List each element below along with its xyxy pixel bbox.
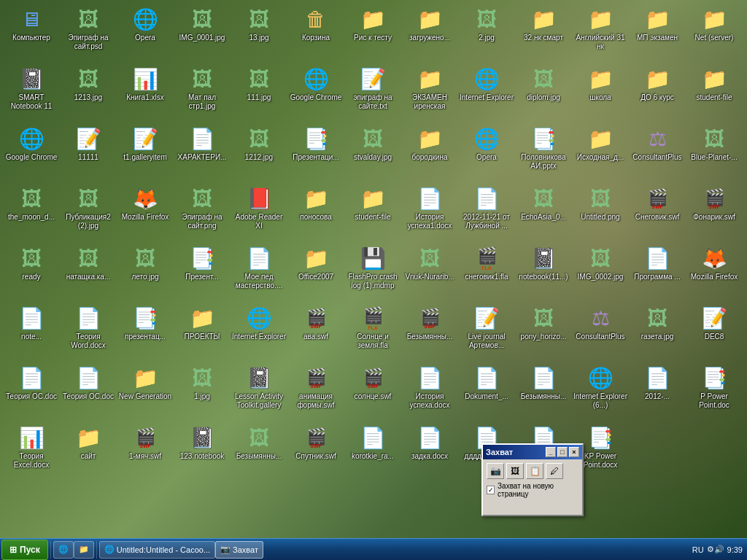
desktop-icon-98[interactable]: 📄задка.docx: [401, 421, 458, 481]
desktop-icon-47[interactable]: 📄2012-11-21 от Лужбиной ...: [458, 182, 515, 242]
desktop-icon-23[interactable]: 📁школа: [572, 63, 629, 122]
desktop-icon-1[interactable]: 🖼Эпиграф на сайт.psd: [60, 3, 117, 63]
desktop-icon-61[interactable]: 📓notebook(11...): [515, 242, 572, 302]
desktop-icon-50[interactable]: 🎬SWFСнеговик.swf: [629, 182, 686, 242]
desktop-icon-5[interactable]: 🗑Корзина: [287, 3, 344, 63]
desktop-icon-4[interactable]: 🖼13.jpg: [231, 3, 287, 63]
desktop-icon-13[interactable]: 📓SMART Notebook 11: [3, 63, 60, 122]
desktop-icon-70[interactable]: 🎬SWFава.swf: [287, 302, 344, 362]
capture-icon-2[interactable]: 🖼: [506, 463, 524, 479]
capture-checkbox[interactable]: ✓: [487, 486, 495, 494]
desktop-icon-15[interactable]: 📊Книга1.xlsx: [117, 63, 174, 122]
desktop-icon-78[interactable]: 📄Теория OC.doc: [3, 362, 60, 421]
desktop-icon-82[interactable]: 📓Lesson Activity Toolkit.gallery: [231, 362, 287, 421]
desktop-icon-60[interactable]: 🎬FLAснеговик1.fla: [458, 242, 515, 302]
desktop-icon-19[interactable]: 📝эпиграф на сайте.txt: [344, 63, 401, 122]
desktop-icon-3[interactable]: 🖼IMG_0001.jpg: [174, 3, 231, 63]
desktop-icon-73[interactable]: 📝Live journal Артемов...: [458, 302, 515, 362]
desktop-icon-92[interactable]: 📁сайт: [60, 421, 117, 481]
desktop-icon-56[interactable]: 📄Мое пед мастерство....: [231, 242, 287, 302]
desktop-icon-46[interactable]: 📄История успеха1.docx: [401, 182, 458, 242]
desktop-icon-31[interactable]: 📑Презентаци...: [287, 122, 344, 182]
desktop-icon-90[interactable]: 📑P Power Point.doc: [686, 362, 743, 421]
desktop-icon-86[interactable]: 📄Dokument_...: [458, 362, 515, 421]
desktop-icon-12[interactable]: 📁Net (server): [686, 3, 743, 63]
desktop-icon-26[interactable]: 🌐Google Chrome: [3, 122, 60, 182]
desktop-icon-48[interactable]: 🖼EchoAsia_0...: [515, 182, 572, 242]
desktop-icon-97[interactable]: 📄korotkie_ra...: [344, 421, 401, 481]
desktop-icon-29[interactable]: 📄ХАРАКТЕРИ...: [174, 122, 231, 182]
desktop-icon-83[interactable]: 🎬SWFанимация формы.swf: [287, 362, 344, 421]
start-button[interactable]: ⊞ Пуск: [1, 540, 48, 560]
desktop-icon-93[interactable]: 🎬SWF1-мяч.swf: [117, 421, 174, 481]
taskbar-item-browser[interactable]: 🌐 Untitled:Untitled - Cacoo...: [99, 541, 215, 559]
desktop-icon-36[interactable]: 📁Исходная_д...: [572, 122, 629, 182]
desktop-icon-67[interactable]: 📑презентац...: [117, 302, 174, 362]
desktop-icon-16[interactable]: 🖼Мат пал стр1.jpg: [174, 63, 231, 122]
desktop-icon-32[interactable]: 🖼stvalday.jpg: [344, 122, 401, 182]
desktop-icon-42[interactable]: 🖼Эпиграф на сайт.png: [174, 182, 231, 242]
desktop-icon-76[interactable]: 🖼газета.jpg: [629, 302, 686, 362]
desktop-icon-18[interactable]: 🌐Google Chrome: [287, 63, 344, 122]
desktop-icon-8[interactable]: 🖼2.jpg: [458, 3, 515, 63]
desktop-icon-7[interactable]: 📁загружено...: [401, 3, 458, 63]
desktop-icon-65[interactable]: 📄note...: [3, 302, 60, 362]
desktop-icon-94[interactable]: 📓123.notebook: [174, 421, 231, 481]
desktop-icon-37[interactable]: ⚖ConsultantPlus: [629, 122, 686, 182]
desktop-icon-28[interactable]: 📝t1.galleryitem: [117, 122, 174, 182]
desktop-icon-2[interactable]: 🌐Opera: [117, 3, 174, 63]
desktop-icon-71[interactable]: 🎬FLAСолнце и земля.fla: [344, 302, 401, 362]
desktop-icon-30[interactable]: 🖼1212.jpg: [231, 122, 287, 182]
taskbar-quick-folder[interactable]: 📁: [74, 541, 94, 559]
desktop-icon-54[interactable]: 🖼лето.jpg: [117, 242, 174, 302]
desktop-icon-11[interactable]: 📁МП экзамен: [629, 3, 686, 63]
desktop-icon-39[interactable]: 🖼the_moon_d...: [3, 182, 60, 242]
desktop-icon-51[interactable]: 🎬SWFФонарик.swf: [686, 182, 743, 242]
capture-icon-1[interactable]: 📷: [487, 463, 504, 479]
taskbar-item-capture[interactable]: 📷 Захват: [215, 541, 263, 559]
desktop-icon-91[interactable]: 📊Теория Excel.docx: [3, 421, 60, 481]
language-indicator[interactable]: RU: [692, 545, 704, 554]
desktop-icon-9[interactable]: 📁32 нк смарт: [515, 3, 572, 63]
desktop-icon-81[interactable]: 🖼1.jpg: [174, 362, 231, 421]
desktop-icon-45[interactable]: 📁student-file: [344, 182, 401, 242]
capture-icon-4[interactable]: 🖊: [546, 463, 563, 479]
desktop-icon-88[interactable]: 🌐Internet Explorer (6...): [572, 362, 629, 421]
desktop-icon-87[interactable]: 📄Безымянны...: [515, 362, 572, 421]
desktop-icon-27[interactable]: 📝11111: [60, 122, 117, 182]
desktop-icon-10[interactable]: 📁Английский 31 нк: [572, 3, 629, 63]
desktop-icon-34[interactable]: 🌐Opera: [458, 122, 515, 182]
desktop-icon-49[interactable]: 🖼Untitled.png: [572, 182, 629, 242]
desktop-icon-25[interactable]: 📁student-file: [686, 63, 743, 122]
desktop-icon-77[interactable]: 📝DEC8: [686, 302, 743, 362]
desktop-icon-17[interactable]: 🖼111.jpg: [231, 63, 287, 122]
desktop-icon-40[interactable]: 🖼Публикация2 (2).jpg: [60, 182, 117, 242]
desktop-icon-33[interactable]: 📁бородкина: [401, 122, 458, 182]
dialog-minimize-button[interactable]: _: [546, 447, 556, 457]
capture-icon-3[interactable]: 📋: [526, 463, 543, 479]
desktop-icon-74[interactable]: 🖼pony_horizo...: [515, 302, 572, 362]
desktop-icon-57[interactable]: 📁Office2007: [287, 242, 344, 302]
desktop-icon-55[interactable]: 📑Презент...: [174, 242, 231, 302]
desktop-icon-69[interactable]: 🌐Internet Explorer: [231, 302, 287, 362]
desktop-icon-79[interactable]: 📄Теория OC.doc: [60, 362, 117, 421]
desktop-icon-96[interactable]: 🎬SWFСпутник.swf: [287, 421, 344, 481]
desktop-icon-24[interactable]: 📁ДО 6 курс: [629, 63, 686, 122]
desktop-icon-41[interactable]: 🦊Mozilla Firefox: [117, 182, 174, 242]
desktop-icon-64[interactable]: 🦊Mozilla Firefox: [686, 242, 743, 302]
desktop-icon-44[interactable]: 📁поносова: [287, 182, 344, 242]
desktop-icon-0[interactable]: 🖥Компьютер: [3, 3, 60, 63]
desktop-icon-20[interactable]: 📁ЭКЗАМЕН иренская: [401, 63, 458, 122]
desktop-icon-59[interactable]: 🖼Vnuk-Nurarib...: [401, 242, 458, 302]
desktop-icon-53[interactable]: 🖼натащка.ка...: [60, 242, 117, 302]
desktop-icon-72[interactable]: 🎬SWFБезымянны...: [401, 302, 458, 362]
desktop-icon-84[interactable]: 🎬SWFсолнце.swf: [344, 362, 401, 421]
desktop-icon-89[interactable]: 📄2012-...: [629, 362, 686, 421]
desktop-icon-63[interactable]: 📄Программа ...: [629, 242, 686, 302]
taskbar-quick-ie[interactable]: 🌐: [53, 541, 74, 559]
desktop-icon-58[interactable]: 💾FlashPro crash log (1).mdmp: [344, 242, 401, 302]
desktop-icon-52[interactable]: 🖼ready: [3, 242, 60, 302]
desktop-icon-6[interactable]: 📁Рис к тесту: [344, 3, 401, 63]
desktop-icon-68[interactable]: 📁ПРОЕКТЫ: [174, 302, 231, 362]
desktop-icon-35[interactable]: 📑Половникова АИ.pptx: [515, 122, 572, 182]
